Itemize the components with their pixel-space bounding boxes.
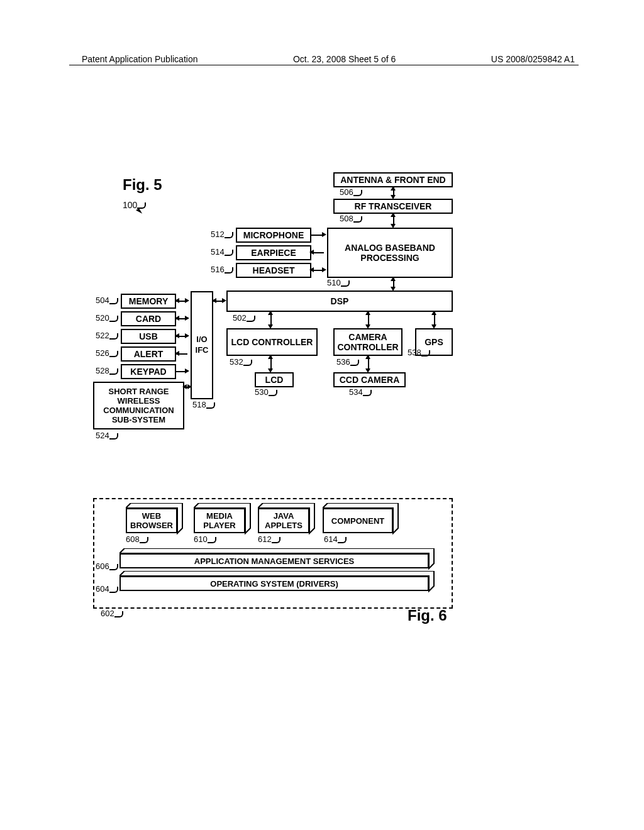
ref-532: 532	[230, 357, 243, 367]
ref-536: 536	[336, 357, 350, 367]
header-divider	[69, 65, 579, 65]
ref-612: 612	[258, 534, 272, 544]
block-usb: USB	[121, 329, 176, 344]
block-earpiece: EARPIECE	[236, 245, 311, 260]
block-dsp: DSP	[226, 290, 453, 312]
block-card: CARD	[121, 311, 176, 326]
ref-504: 504	[96, 296, 109, 305]
block-alert: ALERT	[121, 346, 176, 362]
block-ccd: CCD CAMERA	[333, 372, 406, 387]
block-rf: RF TRANSCEIVER	[333, 199, 453, 214]
ref-514: 514	[211, 247, 225, 257]
ref-530: 530	[255, 387, 269, 397]
block-analog: ANALOG BASEBAND PROCESSING	[327, 228, 453, 278]
ref-100: 100	[123, 200, 137, 210]
block-io: I/O IFC	[191, 291, 213, 399]
ref-524: 524	[96, 431, 109, 440]
ref-510: 510	[327, 278, 341, 287]
ref-508: 508	[340, 214, 353, 223]
ref-518: 518	[192, 400, 206, 409]
ref-606: 606	[96, 562, 109, 571]
header-right: US 2008/0259842 A1	[491, 54, 575, 64]
ref-604: 604	[96, 584, 109, 594]
block-antenna: ANTENNA & FRONT END	[333, 172, 453, 187]
ref-528: 528	[96, 366, 109, 375]
ref-602: 602	[101, 609, 114, 618]
block-microphone: MICROPHONE	[236, 228, 311, 243]
ref-526: 526	[96, 348, 109, 358]
ref-512: 512	[211, 230, 225, 239]
ref-522: 522	[96, 331, 109, 340]
fig5-title: Fig. 5	[123, 176, 162, 194]
block-camera-ctrl: CAMERA CONTROLLER	[333, 328, 402, 356]
block-short-range: SHORT RANGE WIRELESS COMMUNICATION SUB-S…	[93, 382, 184, 429]
block-headset: HEADSET	[236, 263, 311, 278]
ref-610: 610	[194, 534, 208, 544]
header-center: Oct. 23, 2008 Sheet 5 of 6	[293, 54, 396, 64]
block-memory: MEMORY	[121, 294, 176, 309]
block-lcd: LCD	[255, 372, 294, 387]
ref-614: 614	[324, 534, 338, 544]
ref-506: 506	[340, 187, 353, 197]
block-keypad: KEYPAD	[121, 364, 176, 379]
ref-100-arrow	[136, 208, 142, 216]
header-left: Patent Application Publication	[82, 54, 197, 64]
ref-608: 608	[126, 534, 140, 544]
fig6-title: Fig. 6	[408, 607, 447, 624]
ref-502: 502	[233, 313, 247, 323]
ref-534: 534	[349, 387, 363, 397]
ref-516: 516	[211, 265, 225, 274]
ref-520: 520	[96, 313, 109, 323]
ref-538: 538	[408, 348, 421, 357]
block-lcd-ctrl: LCD CONTROLLER	[226, 328, 318, 356]
